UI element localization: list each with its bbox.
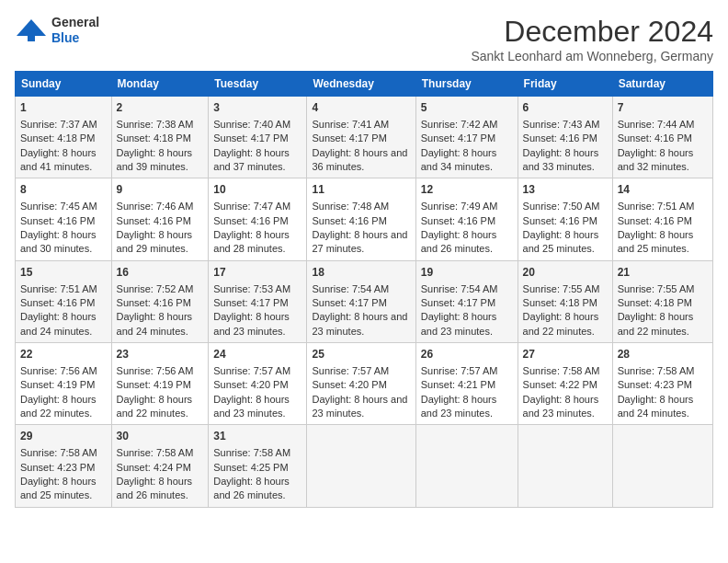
sunrise: Sunrise: 7:51 AM: [20, 283, 97, 294]
daylight: Daylight: 8 hours and 39 minutes.: [117, 147, 193, 172]
daylight: Daylight: 8 hours and 28 minutes.: [213, 229, 290, 254]
day-number: 6: [523, 100, 608, 116]
sunset: Sunset: 4:23 PM: [618, 379, 692, 390]
calendar-cell: [612, 425, 712, 507]
day-number: 9: [117, 182, 204, 198]
sunrise: Sunrise: 7:51 AM: [618, 201, 695, 212]
header-cell-sunday: Sunday: [16, 72, 112, 97]
sunset: Sunset: 4:23 PM: [20, 462, 95, 473]
daylight: Daylight: 8 hours and 37 minutes.: [213, 147, 290, 172]
sunset: Sunset: 4:25 PM: [213, 462, 288, 473]
sunset: Sunset: 4:18 PM: [523, 297, 597, 308]
daylight: Daylight: 8 hours and 30 minutes.: [20, 229, 97, 254]
sunrise: Sunrise: 7:52 AM: [117, 283, 194, 294]
sunrise: Sunrise: 7:53 AM: [213, 283, 290, 294]
day-number: 8: [20, 182, 107, 198]
calendar-cell: 2Sunrise: 7:38 AMSunset: 4:18 PMDaylight…: [111, 97, 209, 178]
daylight: Daylight: 8 hours and 41 minutes.: [20, 147, 97, 172]
daylight: Daylight: 8 hours and 23 minutes.: [312, 311, 407, 336]
calendar-cell: 20Sunrise: 7:55 AMSunset: 4:18 PMDayligh…: [518, 260, 612, 342]
sunset: Sunset: 4:16 PM: [117, 297, 191, 308]
header: General Blue December 2024 Sankt Leonhar…: [15, 15, 713, 63]
logo-text: General Blue: [51, 15, 99, 46]
daylight: Daylight: 8 hours and 36 minutes.: [312, 147, 407, 172]
daylight: Daylight: 8 hours and 23 minutes.: [213, 311, 290, 336]
day-number: 20: [523, 265, 608, 281]
calendar-cell: 8Sunrise: 7:45 AMSunset: 4:16 PMDaylight…: [16, 178, 112, 260]
sunset: Sunset: 4:17 PM: [421, 132, 495, 144]
calendar-cell: 17Sunrise: 7:53 AMSunset: 4:17 PMDayligh…: [209, 260, 307, 342]
daylight: Daylight: 8 hours and 32 minutes.: [618, 147, 694, 172]
calendar-cell: 22Sunrise: 7:56 AMSunset: 4:19 PMDayligh…: [16, 343, 112, 425]
daylight: Daylight: 8 hours and 25 minutes.: [523, 229, 599, 254]
daylight: Daylight: 8 hours and 23 minutes.: [213, 394, 290, 419]
sunset: Sunset: 4:18 PM: [618, 297, 692, 308]
header-cell-wednesday: Wednesday: [307, 72, 415, 97]
sunrise: Sunrise: 7:41 AM: [312, 119, 389, 130]
calendar-cell: 30Sunrise: 7:58 AMSunset: 4:24 PMDayligh…: [111, 425, 209, 507]
calendar-cell: [415, 425, 518, 507]
logo-icon: [15, 17, 48, 43]
calendar-row: 29Sunrise: 7:58 AMSunset: 4:23 PMDayligh…: [16, 425, 713, 507]
daylight: Daylight: 8 hours and 23 minutes.: [421, 394, 497, 419]
svg-marker-0: [17, 19, 46, 36]
sunset: Sunset: 4:16 PM: [523, 132, 597, 144]
calendar-cell: 18Sunrise: 7:54 AMSunset: 4:17 PMDayligh…: [307, 260, 415, 342]
day-number: 4: [312, 100, 410, 116]
calendar-cell: 27Sunrise: 7:58 AMSunset: 4:22 PMDayligh…: [518, 343, 612, 425]
svg-rect-1: [28, 36, 35, 41]
sunset: Sunset: 4:16 PM: [523, 215, 597, 226]
calendar-cell: 21Sunrise: 7:55 AMSunset: 4:18 PMDayligh…: [612, 260, 712, 342]
sunset: Sunset: 4:21 PM: [421, 379, 495, 390]
calendar-cell: 9Sunrise: 7:46 AMSunset: 4:16 PMDaylight…: [111, 178, 209, 260]
daylight: Daylight: 8 hours and 26 minutes.: [117, 476, 193, 500]
sunrise: Sunrise: 7:56 AM: [117, 365, 194, 376]
calendar-cell: 16Sunrise: 7:52 AMSunset: 4:16 PMDayligh…: [111, 260, 209, 342]
sunrise: Sunrise: 7:50 AM: [523, 201, 600, 212]
daylight: Daylight: 8 hours and 22 minutes.: [523, 311, 599, 336]
calendar-row: 1Sunrise: 7:37 AMSunset: 4:18 PMDaylight…: [16, 97, 713, 178]
header-cell-saturday: Saturday: [612, 72, 712, 97]
day-number: 1: [20, 100, 107, 116]
daylight: Daylight: 8 hours and 22 minutes.: [117, 394, 193, 419]
sunset: Sunset: 4:17 PM: [312, 132, 386, 144]
sunrise: Sunrise: 7:46 AM: [117, 201, 194, 212]
calendar-row: 15Sunrise: 7:51 AMSunset: 4:16 PMDayligh…: [16, 260, 713, 342]
header-cell-thursday: Thursday: [415, 72, 518, 97]
daylight: Daylight: 8 hours and 26 minutes.: [213, 476, 290, 500]
day-number: 11: [312, 182, 410, 198]
sunrise: Sunrise: 7:58 AM: [618, 365, 695, 376]
calendar-row: 22Sunrise: 7:56 AMSunset: 4:19 PMDayligh…: [16, 343, 713, 425]
sunset: Sunset: 4:16 PM: [213, 215, 288, 226]
calendar-cell: 3Sunrise: 7:40 AMSunset: 4:17 PMDaylight…: [209, 97, 307, 178]
sunrise: Sunrise: 7:45 AM: [20, 201, 97, 212]
calendar-cell: 31Sunrise: 7:58 AMSunset: 4:25 PMDayligh…: [209, 425, 307, 507]
day-number: 7: [618, 100, 708, 116]
daylight: Daylight: 8 hours and 23 minutes.: [421, 311, 497, 336]
day-number: 19: [421, 265, 513, 281]
title-area: December 2024 Sankt Leonhard am Wonneber…: [471, 15, 713, 63]
daylight: Daylight: 8 hours and 23 minutes.: [312, 394, 407, 419]
day-number: 21: [618, 265, 708, 281]
sunrise: Sunrise: 7:42 AM: [421, 119, 498, 130]
day-number: 16: [117, 265, 204, 281]
sunset: Sunset: 4:16 PM: [618, 215, 692, 226]
daylight: Daylight: 8 hours and 33 minutes.: [523, 147, 599, 172]
calendar-cell: 10Sunrise: 7:47 AMSunset: 4:16 PMDayligh…: [209, 178, 307, 260]
calendar-cell: [307, 425, 415, 507]
sunrise: Sunrise: 7:58 AM: [523, 365, 600, 376]
calendar-cell: 6Sunrise: 7:43 AMSunset: 4:16 PMDaylight…: [518, 97, 612, 178]
logo: General Blue: [15, 15, 99, 46]
calendar-cell: 4Sunrise: 7:41 AMSunset: 4:17 PMDaylight…: [307, 97, 415, 178]
calendar-cell: 12Sunrise: 7:49 AMSunset: 4:16 PMDayligh…: [415, 178, 518, 260]
calendar-row: 8Sunrise: 7:45 AMSunset: 4:16 PMDaylight…: [16, 178, 713, 260]
sunset: Sunset: 4:20 PM: [312, 379, 386, 390]
calendar-cell: 11Sunrise: 7:48 AMSunset: 4:16 PMDayligh…: [307, 178, 415, 260]
daylight: Daylight: 8 hours and 29 minutes.: [117, 229, 193, 254]
calendar-cell: 7Sunrise: 7:44 AMSunset: 4:16 PMDaylight…: [612, 97, 712, 178]
day-number: 3: [213, 100, 301, 116]
calendar-cell: 29Sunrise: 7:58 AMSunset: 4:23 PMDayligh…: [16, 425, 112, 507]
day-number: 29: [20, 429, 107, 444]
day-number: 5: [421, 100, 513, 116]
day-number: 12: [421, 182, 513, 198]
